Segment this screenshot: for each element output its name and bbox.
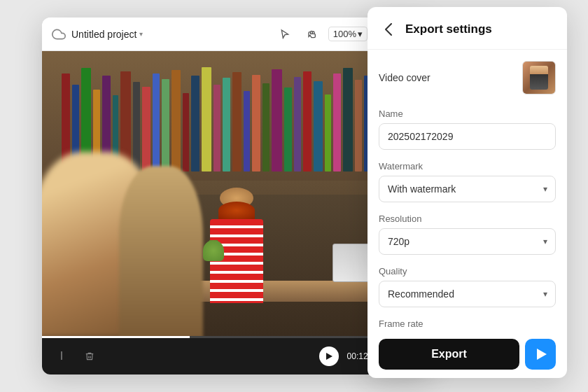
export-header: Export settings (368, 7, 567, 50)
thumbnail-person (530, 66, 548, 90)
quality-select[interactable]: Low Medium Recommended High (379, 281, 556, 307)
text-tool-button[interactable]: I (52, 346, 71, 366)
timeline-progress-fill (42, 336, 190, 338)
export-footer: Export (368, 330, 567, 378)
fg-person-center-left (119, 166, 203, 338)
video-cover-section: Video cover (379, 61, 556, 94)
export-content: Video cover Name Watermark With watermar… (368, 50, 567, 330)
watermark-select-wrapper: With watermark Without watermark ▾ (379, 176, 556, 202)
watermark-label: Watermark (379, 161, 556, 172)
export-button[interactable]: Export (379, 339, 519, 370)
quality-field-group: Quality Low Medium Recommended High ▾ (379, 266, 556, 307)
resolution-label: Resolution (379, 214, 556, 224)
cover-thumbnail[interactable] (522, 61, 556, 94)
zoom-level[interactable]: 100% ▾ (328, 27, 368, 41)
zoom-chevron: ▾ (358, 29, 363, 39)
play-button[interactable] (319, 346, 339, 366)
export-panel: Export settings Video cover Name Waterma… (368, 7, 567, 378)
share-button[interactable] (525, 339, 556, 370)
framerate-label: Frame rate (379, 318, 556, 329)
name-field-group: Name (379, 108, 556, 150)
name-input[interactable] (379, 123, 556, 150)
cursor-tool-button[interactable] (275, 24, 295, 44)
back-button[interactable] (379, 20, 398, 39)
cloud-icon (52, 27, 66, 41)
hand-tool-button[interactable] (302, 24, 321, 44)
project-name-chevron: ▾ (139, 30, 143, 38)
plant (203, 240, 224, 282)
project-name[interactable]: Untitled project ▾ (71, 29, 143, 40)
video-cover-label: Video cover (379, 72, 430, 83)
name-label: Name (379, 108, 556, 119)
resolution-select-wrapper: 360p 480p 720p 1080p ▾ (379, 228, 556, 255)
quality-select-wrapper: Low Medium Recommended High ▾ (379, 281, 556, 307)
watermark-field-group: Watermark With watermark Without waterma… (379, 161, 556, 202)
quality-label: Quality (379, 266, 556, 276)
framerate-field-group: Frame rate 24fps 25fps 30fps 60fps ▾ (379, 318, 556, 330)
export-title: Export settings (405, 22, 492, 36)
resolution-field-group: Resolution 360p 480p 720p 1080p ▾ (379, 214, 556, 255)
watermark-select[interactable]: With watermark Without watermark (379, 176, 556, 202)
project-name-text: Untitled project (71, 29, 136, 40)
zoom-value: 100% (333, 29, 356, 39)
resolution-select[interactable]: 360p 480p 720p 1080p (379, 228, 556, 255)
delete-button[interactable] (80, 346, 99, 366)
